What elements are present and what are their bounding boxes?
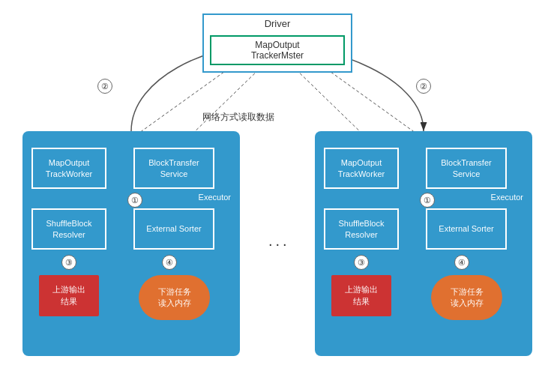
left-shuffleblock-resolver: ShuffleBlockResolver [31, 208, 106, 250]
left-blocktransfer-service: BlockTransferService [133, 148, 214, 189]
right-badge4: ④ [454, 255, 469, 270]
left-cloud-box: 下游任务读入内存 [139, 275, 210, 320]
left-red-box: 上游输出结果 [39, 275, 99, 316]
mapoutput-tracker: MapOutputTrackerMster [210, 35, 345, 65]
right-blocktransfer-service: BlockTransferService [426, 148, 507, 189]
left-executor-label: Executor [199, 193, 231, 202]
left-executor-panel: Executor MapOutputTrackWorker BlockTrans… [22, 131, 240, 356]
svg-line-4 [187, 66, 262, 139]
left-top-badge: ② [97, 79, 112, 94]
right-external-sorter-text: External Sorter [439, 223, 493, 234]
left-mapoutput-trackworker: MapOutputTrackWorker [31, 148, 106, 189]
right-badge3: ③ [354, 255, 369, 270]
right-cloud-box: 下游任务读入内存 [431, 275, 502, 320]
svg-line-3 [131, 66, 232, 139]
svg-line-5 [292, 66, 367, 139]
right-top-badge: ② [416, 79, 431, 94]
dots-label: ... [268, 232, 290, 250]
right-external-sorter: External Sorter [426, 208, 507, 250]
right-executor-panel: Executor MapOutputTrackWorker BlockTrans… [315, 131, 532, 356]
right-executor-label: Executor [491, 193, 523, 202]
left-external-sorter: External Sorter [133, 208, 214, 250]
right-red-box: 上游输出结果 [331, 275, 391, 316]
mapoutput-tracker-text: MapOutputTrackerMster [251, 40, 304, 61]
network-label: 网络方式读取数据 [202, 111, 274, 124]
driver-title: Driver [204, 15, 351, 32]
left-badge4: ④ [162, 255, 177, 270]
right-badge1: ① [420, 193, 435, 208]
driver-box: Driver MapOutputTrackerMster [202, 13, 352, 73]
left-badge3: ③ [61, 255, 76, 270]
left-external-sorter-text: External Sorter [146, 223, 201, 234]
svg-line-6 [322, 66, 424, 139]
diagram-container: Driver MapOutputTrackerMster ② ② 网络方式读取数… [0, 0, 557, 392]
right-mapoutput-trackworker: MapOutputTrackWorker [324, 148, 399, 189]
left-badge1: ① [127, 193, 142, 208]
right-shuffleblock-resolver: ShuffleBlockResolver [324, 208, 399, 250]
